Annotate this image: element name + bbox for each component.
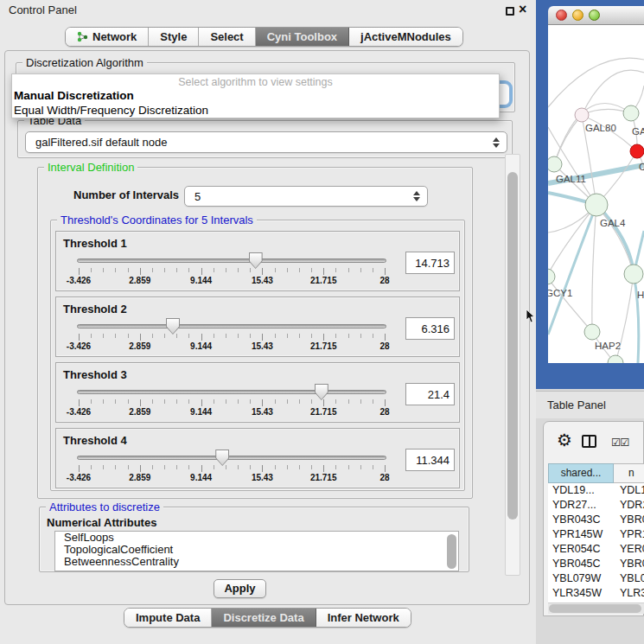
tab-infer-network[interactable]: Infer Network	[316, 609, 411, 627]
minimize-traffic-light-icon[interactable]	[572, 10, 583, 21]
tick-mark	[323, 465, 324, 472]
node-label-GA: GA	[632, 126, 644, 137]
table-row[interactable]: YER054CYER0	[548, 542, 644, 557]
tick-mark	[311, 399, 312, 404]
slider-track[interactable]	[77, 258, 386, 263]
table-panel-title: Table Panel	[547, 399, 606, 411]
slider-thumb[interactable]	[315, 384, 328, 400]
threshold-value-field[interactable]: 6.316	[405, 317, 455, 340]
tab-style[interactable]: Style	[149, 28, 199, 46]
network-node-red[interactable]	[630, 144, 644, 158]
tick-mark	[287, 334, 288, 338]
list-scrollbar[interactable]	[447, 534, 456, 569]
attribute-list-item[interactable]: TopologicalCoefficient	[55, 544, 458, 556]
tick-mark	[360, 465, 361, 469]
attributes-group: Attributes to discretize Numerical Attri…	[39, 507, 469, 572]
tick-mark	[226, 399, 226, 404]
tab-discretize-data[interactable]: Discretize Data	[212, 609, 316, 627]
tick-mark	[299, 465, 300, 469]
slider-track[interactable]	[77, 390, 386, 394]
network-node-pink[interactable]	[575, 108, 589, 122]
node-label-GCY1: GCY1	[548, 288, 572, 298]
threshold-value-field[interactable]: 21.4	[405, 383, 455, 405]
slider-thumb[interactable]	[249, 252, 263, 269]
cell-name: YBR0	[614, 557, 644, 571]
tick-label: -3.426	[67, 341, 91, 351]
tick-mark	[335, 268, 336, 272]
cell-name: YPR1	[614, 527, 644, 542]
tick-mark	[335, 399, 336, 404]
float-window-icon[interactable]	[506, 7, 514, 16]
network-node-green[interactable]	[585, 194, 608, 216]
algorithm-dropdown-popup: Select algorithm to view settingsManual …	[11, 73, 500, 118]
column-header-name[interactable]: n	[614, 463, 644, 483]
number-of-intervals-label: Number of Intervals	[73, 188, 179, 201]
slider-track[interactable]	[77, 324, 386, 328]
threshold-value-field[interactable]: 11.344	[405, 449, 455, 471]
table-row[interactable]: YDR27...YDR2	[548, 498, 644, 513]
slider-thumb[interactable]	[215, 450, 229, 466]
table-row[interactable]: YPR145WYPR1	[548, 527, 644, 542]
tick-mark	[79, 465, 80, 472]
table-row[interactable]: YBR043CYBR0	[548, 513, 644, 527]
table-row[interactable]: YBL079WYBL0	[548, 571, 644, 586]
tick-mark	[91, 268, 92, 272]
close-icon[interactable]: ×	[519, 2, 526, 17]
pane-scrollbar[interactable]	[505, 154, 520, 576]
attribute-list-item[interactable]: BetweennessCentrality	[55, 556, 458, 568]
tab-network[interactable]: Network	[66, 28, 149, 46]
threshold-panel-4: Threshold 4-3.4262.8599.14415.4321.71528…	[55, 428, 460, 488]
tab-impute-data[interactable]: Impute Data	[124, 609, 212, 627]
tick-mark	[226, 465, 226, 469]
tick-mark	[385, 334, 386, 341]
tab-select[interactable]: Select	[199, 28, 255, 46]
tab-jactivemnodules[interactable]: jActiveMNodules	[349, 28, 462, 46]
thresholds-group-title: Threshold's Coordinates for 5 Intervals	[57, 214, 257, 226]
tick-label: 15.43	[252, 407, 273, 417]
gear-icon[interactable]: ⚙	[557, 431, 572, 449]
threshold-value-field[interactable]: 14.713	[405, 252, 455, 274]
tick-mark	[176, 268, 177, 272]
network-node-green[interactable]	[548, 269, 555, 284]
dropdown-hint: Select algorithm to view settings	[12, 76, 499, 88]
node-label-GAL4: GAL4	[600, 218, 626, 228]
table-row[interactable]: YLR345WYLR3	[548, 586, 644, 601]
tab-cyni-toolbox[interactable]: Cyni Toolbox	[256, 28, 349, 46]
network-node-green[interactable]	[623, 105, 639, 121]
network-canvas[interactable]: GAL80GACGAL11GAL4GCY1HHAP2	[548, 25, 644, 363]
cell-shared-name: YDL19...	[548, 483, 614, 498]
cell-name: YDL1	[614, 483, 644, 498]
column-header-shared-name[interactable]: shared...	[548, 463, 614, 483]
tick-mark	[176, 334, 177, 338]
dropdown-option-equal-width-frequency[interactable]: Equal Width/Frequency Discretization	[14, 104, 208, 117]
slider-thumb[interactable]	[166, 318, 180, 335]
zoom-traffic-light-icon[interactable]	[589, 10, 600, 21]
split-columns-icon[interactable]	[582, 435, 596, 448]
network-edge	[548, 277, 592, 332]
table-row[interactable]: YDL19...YDL1	[548, 483, 644, 498]
tick-mark	[275, 465, 276, 469]
tick-mark	[287, 268, 288, 272]
close-traffic-light-icon[interactable]	[556, 10, 567, 21]
attribute-list-item[interactable]: SelfLoops	[55, 532, 458, 544]
tick-mark	[188, 334, 189, 338]
table-row[interactable]: YBR045CYBR0	[548, 557, 644, 571]
tick-mark	[152, 399, 153, 404]
number-of-intervals-combobox[interactable]: 5	[184, 186, 428, 207]
node-label-GAL80: GAL80	[585, 123, 616, 133]
numerical-attributes-list[interactable]: SelfLoopsTopologicalCoefficientBetweenne…	[54, 531, 459, 571]
network-node-green[interactable]	[584, 324, 600, 340]
table-hscrollbar[interactable]	[548, 603, 644, 614]
dropdown-option-manual-discretization[interactable]: Manual Discretization	[14, 89, 134, 102]
slider-track[interactable]	[77, 456, 386, 460]
table-data-combobox[interactable]: galFiltered.sif default node	[25, 131, 507, 153]
tick-mark	[275, 334, 276, 338]
network-node-green[interactable]	[548, 156, 562, 172]
cell-name: YER0	[614, 542, 644, 557]
checkboxes-icon[interactable]: ☑☑	[611, 436, 628, 449]
table-hscrollbar-thumb[interactable]	[549, 604, 641, 613]
apply-button[interactable]: Apply	[214, 579, 266, 598]
pane-scrollbar-thumb[interactable]	[507, 172, 518, 520]
network-window-titlebar[interactable]	[548, 6, 644, 25]
network-node-green[interactable]	[624, 265, 643, 284]
